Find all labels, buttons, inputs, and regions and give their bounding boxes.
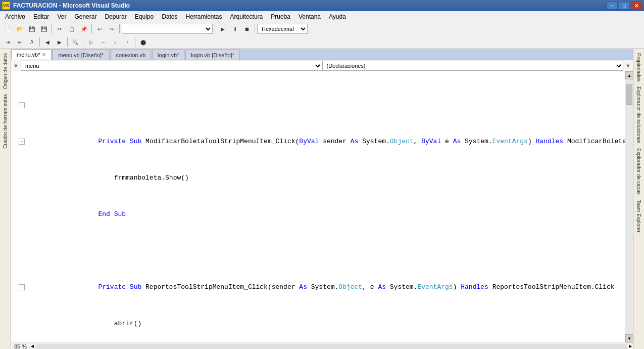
redo-btn[interactable]: ↪ — [106, 24, 117, 34]
sep3 — [119, 24, 120, 33]
expand-2[interactable]: − — [19, 139, 25, 145]
start-btn[interactable]: ▶ — [217, 24, 228, 34]
step-into[interactable]: ↓ — [110, 37, 121, 47]
vertical-scrollbar[interactable]: ▲ ▼ — [625, 71, 633, 342]
tab-bar: menu.vb* ✕ menu.vb [Diseño]* conexion.vb… — [11, 49, 633, 60]
undo-btn[interactable]: ↩ — [94, 24, 105, 34]
line-gutter-1[interactable]: − — [18, 102, 25, 108]
step-over[interactable]: → — [97, 37, 109, 47]
editor-container: menu.vb* ✕ menu.vb [Diseño]* conexion.vb… — [11, 49, 633, 349]
expand-1[interactable]: − — [19, 102, 25, 108]
tab-menu-vb-close[interactable]: ✕ — [42, 52, 46, 57]
line-text-6: Private Sub ReportesToolStripMenuItem_Cl… — [25, 274, 615, 301]
menu-ver[interactable]: Ver — [53, 11, 70, 22]
paste-btn[interactable]: 📌 — [78, 24, 89, 34]
right-tab-layers[interactable]: Explorador de capas — [635, 146, 642, 197]
step-out[interactable]: ↑ — [122, 37, 133, 47]
open-btn[interactable]: 📂 — [14, 24, 25, 34]
tab-conexion-label: conexion.vb — [116, 52, 145, 58]
code-line-2: − Private Sub ModificarBoletaToolStripMe… — [11, 137, 625, 146]
left-panel: Origen de datos Cuadro de herramientas — [0, 49, 11, 349]
find-btn[interactable]: 🔍 — [70, 37, 81, 47]
outdent-btn[interactable]: ⇤ — [14, 37, 25, 47]
solution-combo[interactable] — [122, 24, 213, 34]
sep6 — [39, 37, 40, 47]
menu-archivo[interactable]: Archivo — [1, 11, 29, 22]
indent-btn[interactable]: ⇥ — [2, 37, 13, 47]
cut-btn[interactable]: ✂ — [54, 24, 65, 34]
tab-login[interactable]: login.vb* — [152, 50, 184, 60]
title-bar: VS FACTURACION - Microsoft Visual Studio… — [0, 0, 644, 11]
scroll-right-arrow[interactable]: ▶ — [628, 344, 633, 348]
run-btn[interactable]: ▷ — [85, 37, 96, 47]
right-tab-props[interactable]: Propiedades — [635, 51, 642, 83]
right-tab-explorer[interactable]: Explorador de soluciones — [635, 84, 642, 145]
code-line-4: End Sub — [11, 210, 625, 219]
code-content: − − Private Sub ModificarBoletaToolStrip… — [11, 71, 625, 342]
menu-herramientas[interactable]: Herramientas — [182, 11, 226, 22]
sep4 — [215, 24, 215, 33]
title-bar-controls[interactable]: − □ ✕ — [607, 2, 642, 10]
main-area: Origen de datos Cuadro de herramientas m… — [0, 49, 644, 349]
new-file-btn[interactable]: 📄 — [2, 24, 13, 34]
tab-menu-design[interactable]: menu.vb [Diseño]* — [53, 50, 109, 60]
left-tab-toolbox[interactable]: Cuadro de herramientas — [2, 92, 9, 151]
scroll-thumb[interactable] — [626, 84, 632, 105]
toolbar-2: ⇥ ⇤ // ◀ ▶ 🔍 ▷ → ↓ ↑ ⬤ — [0, 35, 644, 49]
expand-6[interactable]: − — [19, 284, 25, 290]
menu-ayuda[interactable]: Ayuda — [325, 11, 350, 22]
comment-btn[interactable]: // — [26, 37, 37, 47]
class-dropdown[interactable]: menu — [21, 61, 322, 71]
copy-btn[interactable]: 📋 — [66, 24, 77, 34]
breakpoint-btn[interactable]: ⬤ — [137, 37, 148, 47]
menu-equipo[interactable]: Equipo — [131, 11, 158, 22]
tab-menu-vb[interactable]: menu.vb* ✕ — [11, 50, 52, 60]
tab-login-design-label: login.vb [Diseño]* — [191, 52, 234, 58]
save-all-btn[interactable]: 💾 — [38, 24, 49, 34]
save-btn[interactable]: 💾 — [26, 24, 37, 34]
line-gutter-2[interactable]: − — [18, 139, 25, 145]
nav-back[interactable]: ◀ — [42, 37, 53, 47]
maximize-button[interactable]: □ — [619, 2, 630, 10]
nav-forward[interactable]: ▶ — [54, 37, 65, 47]
menu-depurar[interactable]: Depurar — [101, 11, 130, 22]
code-line-6: − Private Sub ReportesToolStripMenuItem_… — [11, 283, 625, 292]
sep5 — [255, 24, 255, 33]
menu-arquitectura[interactable]: Arquitectura — [226, 11, 267, 22]
close-button[interactable]: ✕ — [631, 2, 642, 10]
code-scroll[interactable]: − − Private Sub ModificarBoletaToolStrip… — [11, 71, 625, 342]
line-text-3: frmmanboleta.Show() — [25, 164, 189, 192]
left-tab-origen[interactable]: Origen de datos — [2, 51, 9, 91]
sep1 — [52, 24, 52, 33]
minimize-button[interactable]: − — [607, 2, 618, 10]
h-scroll-track[interactable] — [36, 344, 627, 349]
app-icon: VS — [2, 2, 10, 10]
tab-menu-design-label: menu.vb [Diseño]* — [58, 52, 104, 58]
scroll-left-arrow[interactable]: ◀ — [30, 344, 35, 348]
sep2 — [91, 24, 92, 33]
scroll-track[interactable] — [625, 79, 633, 334]
menu-editar[interactable]: Editar — [29, 11, 53, 22]
sep8 — [83, 37, 83, 47]
tab-conexion[interactable]: conexion.vb — [110, 50, 151, 60]
scroll-down-arrow[interactable]: ▼ — [625, 334, 633, 342]
tab-login-design[interactable]: login.vb [Diseño]* — [185, 50, 240, 60]
menu-generar[interactable]: Generar — [70, 11, 101, 22]
menu-ventana[interactable]: Ventana — [294, 11, 325, 22]
menu-datos[interactable]: Datos — [158, 11, 181, 22]
hex-combo[interactable]: Hexadecimal — [257, 24, 308, 34]
line-gutter-6[interactable]: − — [18, 284, 25, 290]
title-bar-left: VS FACTURACION - Microsoft Visual Studio — [2, 2, 130, 10]
tab-login-label: login.vb* — [158, 52, 179, 58]
member-dropdown[interactable]: (Declaraciones) — [322, 61, 624, 71]
stop-btn[interactable]: ⏹ — [241, 24, 253, 34]
menu-prueba[interactable]: Prueba — [267, 11, 294, 22]
pause-btn[interactable]: ⏸ — [229, 24, 240, 34]
scroll-up-arrow[interactable]: ▲ — [625, 71, 633, 79]
sep9 — [135, 37, 135, 47]
title-bar-text: FACTURACION - Microsoft Visual Studio — [13, 2, 130, 9]
code-line-3: frmmanboleta.Show() — [11, 173, 625, 183]
line-text-7: abrir() — [25, 310, 141, 337]
code-line-1: − — [11, 101, 625, 110]
right-tab-team[interactable]: Team Explorer — [635, 198, 642, 234]
